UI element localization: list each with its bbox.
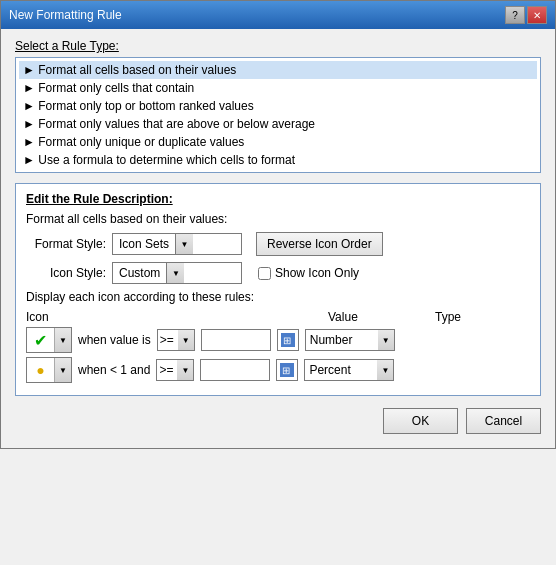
type-header-label: Type xyxy=(435,310,461,324)
type-select-1[interactable]: Number ▼ xyxy=(305,329,395,351)
close-button[interactable]: ✕ xyxy=(527,6,547,24)
rule-item-1-text: ► Format only cells that contain xyxy=(23,81,194,95)
value-input-2[interactable]: 33 xyxy=(200,359,270,381)
title-bar: New Formatting Rule ? ✕ xyxy=(1,1,555,29)
icon-style-arrow[interactable]: ▼ xyxy=(166,263,184,283)
icon-rule-row-1: ✔ ▼ when value is >= ▼ 1 ⊞ Number ▼ xyxy=(26,327,530,353)
format-style-arrow[interactable]: ▼ xyxy=(175,234,193,254)
op-arrow-1[interactable]: ▼ xyxy=(178,330,194,350)
select-rule-type-label: Select a Rule Type: xyxy=(15,39,541,53)
format-style-row: Format Style: Icon Sets ▼ Reverse Icon O… xyxy=(26,232,530,256)
rule-item-0-text: ► Format all cells based on their values xyxy=(23,63,236,77)
icon-style-row: Icon Style: Custom ▼ Show Icon Only xyxy=(26,262,530,284)
edit-rule-section: Edit the Rule Description: Format all ce… xyxy=(15,183,541,396)
op-select-2[interactable]: >= ▼ xyxy=(156,359,194,381)
help-button[interactable]: ? xyxy=(505,6,525,24)
icon-select-1[interactable]: ✔ ▼ xyxy=(26,327,72,353)
display-rules-text: Display each icon according to these rul… xyxy=(26,290,530,304)
svg-text:⊞: ⊞ xyxy=(282,365,290,376)
icon-check: ✔ xyxy=(34,331,47,350)
dialog-body: Select a Rule Type: ► Format all cells b… xyxy=(1,29,555,448)
type-select-2[interactable]: Percent ▼ xyxy=(304,359,394,381)
op-text-1: >= xyxy=(158,333,178,347)
ok-button[interactable]: OK xyxy=(383,408,458,434)
type-arrow-1[interactable]: ▼ xyxy=(378,330,394,350)
icon-style-label: Icon Style: xyxy=(26,266,106,280)
icon-display-2: ● xyxy=(27,358,55,382)
col-type-header: Type xyxy=(435,310,530,324)
type-text-1: Number xyxy=(306,333,378,347)
rule-item-3[interactable]: ► Format only values that are above or b… xyxy=(19,115,537,133)
col-value-header: Value xyxy=(324,310,419,324)
rule-item-1[interactable]: ► Format only cells that contain xyxy=(19,79,537,97)
rule-item-4[interactable]: ► Format only unique or duplicate values xyxy=(19,133,537,151)
rule-item-3-text: ► Format only values that are above or b… xyxy=(23,117,315,131)
value-icon-btn-1[interactable]: ⊞ xyxy=(277,329,299,351)
format-cells-label: Format all cells based on their values: xyxy=(26,212,530,226)
icon-style-select[interactable]: Custom ▼ xyxy=(112,262,242,284)
rule-item-2-text: ► Format only top or bottom ranked value… xyxy=(23,99,254,113)
icon-circle: ● xyxy=(36,362,44,378)
cancel-button[interactable]: Cancel xyxy=(466,408,541,434)
rule-item-0[interactable]: ► Format all cells based on their values xyxy=(19,61,537,79)
show-icon-only-checkbox[interactable] xyxy=(258,267,271,280)
value-header-label: Value xyxy=(328,310,358,324)
op-text-2: >= xyxy=(157,363,177,377)
icon-dropdown-2[interactable]: ▼ xyxy=(55,358,71,382)
edit-rule-title: Edit the Rule Description: xyxy=(26,192,530,206)
rule-item-5[interactable]: ► Use a formula to determine which cells… xyxy=(19,151,537,169)
dialog-title: New Formatting Rule xyxy=(9,8,122,22)
type-arrow-2[interactable]: ▼ xyxy=(377,360,393,380)
op-arrow-2[interactable]: ▼ xyxy=(177,360,193,380)
icon-style-value: Custom xyxy=(113,263,166,283)
dialog: New Formatting Rule ? ✕ Select a Rule Ty… xyxy=(0,0,556,449)
rule-item-4-text: ► Format only unique or duplicate values xyxy=(23,135,244,149)
type-text-2: Percent xyxy=(305,363,377,377)
rule-when-text-1: when value is xyxy=(78,333,151,347)
value-input-1[interactable]: 1 xyxy=(201,329,271,351)
col-icon-header: Icon xyxy=(26,310,76,324)
dialog-buttons: OK Cancel xyxy=(15,404,541,438)
svg-text:⊞: ⊞ xyxy=(283,335,291,346)
format-style-select[interactable]: Icon Sets ▼ xyxy=(112,233,242,255)
show-icon-only-row: Show Icon Only xyxy=(258,266,359,280)
rule-item-5-text: ► Use a formula to determine which cells… xyxy=(23,153,295,167)
rule-item-2[interactable]: ► Format only top or bottom ranked value… xyxy=(19,97,537,115)
op-select-1[interactable]: >= ▼ xyxy=(157,329,195,351)
rule-when-text-2: when < 1 and xyxy=(78,363,150,377)
icon-rule-row-2: ● ▼ when < 1 and >= ▼ 33 ⊞ Percent ▼ xyxy=(26,357,530,383)
format-style-value: Icon Sets xyxy=(113,234,175,254)
rule-type-list: ► Format all cells based on their values… xyxy=(15,57,541,173)
icon-select-2[interactable]: ● ▼ xyxy=(26,357,72,383)
show-icon-only-label: Show Icon Only xyxy=(275,266,359,280)
title-bar-buttons: ? ✕ xyxy=(505,6,547,24)
icon-rules-header: Icon Value Type xyxy=(26,310,530,324)
reverse-icon-order-button[interactable]: Reverse Icon Order xyxy=(256,232,383,256)
icon-dropdown-1[interactable]: ▼ xyxy=(55,328,71,352)
icon-header-label: Icon xyxy=(26,310,49,324)
icon-display-1: ✔ xyxy=(27,328,55,352)
value-icon-btn-2[interactable]: ⊞ xyxy=(276,359,298,381)
format-style-label: Format Style: xyxy=(26,237,106,251)
